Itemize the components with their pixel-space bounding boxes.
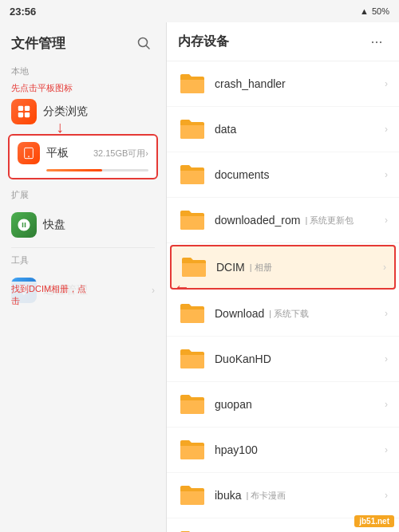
- file-chevron: ›: [385, 169, 388, 180]
- svg-rect-2: [18, 106, 23, 111]
- category-browse-item[interactable]: 分类浏览: [0, 94, 166, 129]
- folder-icon: [178, 206, 207, 234]
- file-name: guopan: [215, 398, 252, 411]
- divider-expand-tool: [11, 247, 155, 248]
- watermark: jb51.net: [354, 515, 394, 527]
- status-time: 23:56: [10, 6, 36, 18]
- app-header: 文件管理: [0, 22, 166, 61]
- file-item[interactable]: guopan ›: [167, 382, 399, 428]
- file-info: DCIM | 相册: [216, 261, 383, 274]
- file-item[interactable]: ibuka | 布卡漫画 ›: [167, 473, 399, 518]
- right-header: 内存设备 ···: [167, 22, 399, 61]
- file-name: Download: [215, 307, 264, 320]
- folder-icon: [178, 115, 207, 144]
- status-icons: ▲ 50%: [360, 6, 389, 16]
- file-chevron: ›: [383, 262, 386, 273]
- main-layout: 文件管理 本地 先点击平板图标 分: [0, 22, 399, 532]
- tablet-device-item[interactable]: 平板 32.15GB可用›: [8, 134, 158, 179]
- category-browse-label: 分类浏览: [43, 104, 88, 119]
- file-item[interactable]: documents ›: [167, 152, 399, 198]
- file-info: ibuka | 布卡漫画: [215, 489, 385, 502]
- file-name: ibuka: [215, 489, 241, 502]
- tablet-progress-fill: [46, 169, 102, 171]
- folder-icon: [178, 481, 207, 510]
- file-info: data: [215, 123, 385, 136]
- file-item[interactable]: data ›: [167, 107, 399, 152]
- kuaipan-label: 快盘: [43, 218, 65, 232]
- file-name: DuoKanHD: [215, 353, 271, 365]
- file-name: documents: [215, 168, 269, 181]
- file-chevron: ›: [385, 78, 388, 89]
- file-item[interactable]: downloaded_rom | 系统更新包 ›: [167, 198, 399, 243]
- left-panel: 文件管理 本地 先点击平板图标 分: [0, 22, 166, 532]
- file-chevron: ›: [385, 124, 388, 135]
- file-name: data: [215, 123, 236, 136]
- file-info: guopan: [215, 398, 385, 411]
- svg-line-1: [147, 46, 150, 49]
- file-chevron: ›: [385, 490, 388, 501]
- file-info: Download | 系统下载: [215, 307, 385, 320]
- tablet-name: 平板: [46, 146, 87, 160]
- file-item[interactable]: crash_handler ›: [167, 61, 399, 107]
- file-name: DCIM: [216, 261, 245, 274]
- folder-icon: [178, 299, 207, 328]
- battery-icon: 50%: [372, 6, 389, 16]
- svg-rect-3: [25, 106, 30, 111]
- file-chevron: ›: [385, 399, 388, 410]
- file-info: DuoKanHD: [215, 353, 385, 365]
- right-title: 内存设备: [178, 33, 229, 50]
- tablet-progress-bar: [46, 169, 148, 171]
- folder-icon: [178, 435, 207, 464]
- folder-icon: [178, 390, 207, 419]
- section-tool: 工具: [0, 250, 166, 270]
- svg-point-0: [139, 38, 148, 47]
- search-button[interactable]: [132, 32, 155, 54]
- folder-icon: [178, 69, 207, 98]
- dcim-arrow: ←: [174, 278, 190, 296]
- folder-icon: [178, 345, 207, 373]
- file-chevron: ›: [385, 215, 388, 226]
- file-chevron: ›: [385, 353, 388, 365]
- file-chevron: ›: [385, 308, 388, 319]
- remote-chevron: ›: [152, 285, 155, 296]
- file-name: downloaded_rom: [215, 214, 300, 227]
- file-chevron: ›: [385, 444, 388, 455]
- file-info: hpay100: [215, 443, 385, 456]
- file-item[interactable]: DCIM | 相册 ›: [170, 245, 396, 290]
- file-item[interactable]: hpay100 ›: [167, 428, 399, 473]
- file-info: documents: [215, 168, 385, 181]
- svg-point-8: [28, 156, 29, 157]
- file-subtitle: | 相册: [250, 262, 272, 274]
- file-subtitle: | 系统下载: [269, 308, 309, 320]
- file-info: crash_handler: [215, 77, 385, 90]
- category-icon: [11, 99, 37, 124]
- svg-rect-5: [25, 112, 30, 117]
- more-button[interactable]: ···: [365, 30, 388, 53]
- kuaipan-item[interactable]: 快盘: [0, 204, 166, 246]
- arrow-down-annotation: ↓: [56, 118, 64, 136]
- wifi-icon: ▲: [360, 6, 369, 16]
- file-subtitle: | 系统更新包: [305, 215, 354, 227]
- status-bar: 23:56 ▲ 50%: [0, 0, 399, 22]
- file-subtitle: | 布卡漫画: [246, 490, 286, 502]
- file-name: hpay100: [215, 443, 258, 456]
- file-item[interactable]: Download | 系统下载 ›: [167, 291, 399, 337]
- file-list: crash_handler › data › documents › downl…: [167, 61, 399, 532]
- svg-rect-4: [18, 112, 23, 117]
- kuaipan-icon: [11, 212, 37, 238]
- folder-icon: [178, 526, 207, 532]
- file-name: crash_handler: [215, 77, 286, 90]
- annotation-click: 先点击平板图标: [11, 82, 73, 94]
- folder-icon: [178, 160, 207, 189]
- section-expand: 扩展: [0, 184, 166, 204]
- section-local: 本地: [0, 61, 166, 81]
- file-info: downloaded_rom | 系统更新包: [215, 214, 385, 227]
- tablet-size: 32.15GB可用›: [93, 148, 148, 160]
- app-title: 文件管理: [11, 34, 65, 53]
- dcim-annotation: 找到DCIM相册，点击: [8, 282, 89, 309]
- tablet-icon: [18, 142, 40, 164]
- file-item[interactable]: DuoKanHD ›: [167, 337, 399, 382]
- right-panel: 内存设备 ··· crash_handler › data › document…: [166, 22, 399, 532]
